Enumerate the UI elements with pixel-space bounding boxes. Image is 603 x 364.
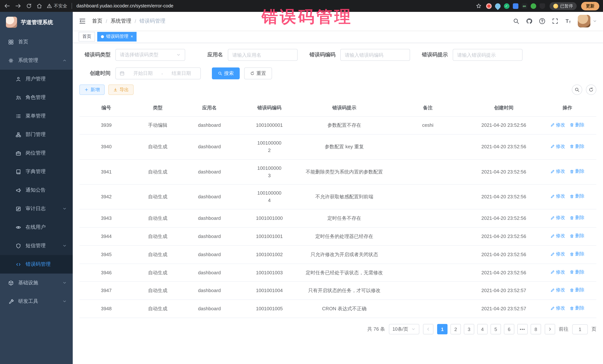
filter-form-row2: 创建时间 开始日期 - 结束日期 搜索 重置 [79,67,596,79]
page-button[interactable]: 4 [477,324,487,334]
cell-app: dashboard [182,282,237,300]
fullscreen-icon[interactable] [552,18,558,24]
sidebar-item[interactable]: 角色管理 [0,88,73,107]
reset-button[interactable]: 重置 [244,67,272,79]
extension-icon[interactable]: on [522,3,527,9]
browser-home-icon[interactable] [36,3,42,9]
edit-link[interactable]: 修改 [550,121,565,129]
error-code-table-body: 3939手动编辑dashboard1001000001参数配置不存在ceshi2… [79,116,596,318]
table-row: 3946自动生成dashboard1001001003定时任务已经处于该状态，无… [79,264,596,282]
sidebar-item[interactable]: 部门管理 [0,125,73,144]
address-bar[interactable]: dashboard.yudao.iocoder.cn/system/error-… [76,3,471,9]
breadcrumb-item[interactable]: 首页 [92,18,103,24]
delete-link[interactable]: 删除 [570,269,584,276]
delete-link[interactable]: 删除 [570,251,584,258]
sidebar-item[interactable]: 字典管理 [0,162,73,181]
search-icon[interactable] [513,18,520,24]
page-button[interactable]: 6 [504,324,514,334]
sidebar-item[interactable]: 基础设施 [0,274,73,292]
extension-icon[interactable] [539,3,545,9]
github-icon[interactable] [526,18,533,24]
error-code-input[interactable] [340,49,410,61]
edit-link[interactable]: 修改 [550,232,565,240]
cell-id: 3939 [79,116,133,134]
extension-icon[interactable] [494,2,501,10]
delete-link[interactable]: 删除 [570,193,584,200]
delete-link[interactable]: 删除 [570,287,584,294]
delete-link[interactable]: 删除 [570,168,584,175]
sidebar-item[interactable]: 审计日志 [0,199,73,218]
refresh-table-button[interactable] [586,85,596,95]
app-name-label: 应用名 [196,52,223,58]
font-size-icon[interactable]: TT [565,18,571,24]
extension-icon[interactable]: ✓ [504,3,509,9]
view-tag[interactable]: 首页 [79,32,95,41]
breadcrumb-item[interactable]: 系统管理 [111,18,131,24]
browser-back-icon[interactable] [4,3,10,9]
next-page-button[interactable] [545,324,555,334]
delete-link[interactable]: 删除 [570,214,584,221]
show-search-button[interactable] [572,85,582,95]
delete-link[interactable]: 删除 [570,143,584,150]
delete-link[interactable]: 删除 [570,232,584,240]
security-label[interactable]: 不安全 [47,3,67,9]
sidebar-item[interactable]: 在线用户 [0,218,73,236]
bookmark-star-icon[interactable] [475,3,481,9]
extension-icon[interactable] [531,3,536,9]
sidebar-item[interactable]: 首页 [0,33,73,51]
logo-row[interactable]: 芋道管理系统 [0,12,73,33]
app-name-input[interactable] [228,49,298,61]
sidebar-item[interactable]: 错误码管理 [0,255,73,274]
page-button[interactable]: 8 [531,324,541,334]
page-buttons: 123456•••8 [437,324,541,334]
paused-profile-badge[interactable]: 已暂停 [549,2,577,10]
edit-link[interactable]: 修改 [550,287,565,294]
sidebar-item[interactable]: 用户管理 [0,70,73,88]
page-button[interactable]: 5 [491,324,501,334]
chevron-down-icon [411,327,416,331]
page-more-button[interactable]: ••• [517,324,528,334]
sidebar-item[interactable]: 系统管理 [0,51,73,70]
error-type-select[interactable]: 请选择错误码类型 [116,49,185,61]
add-button[interactable]: 新增 [79,85,105,95]
online-icon [16,224,21,230]
delete-link[interactable]: 删除 [570,305,584,312]
sidebar-item[interactable]: 研发工具 [0,292,73,311]
sidebar-item[interactable]: 岗位管理 [0,144,73,162]
sidebar-toggle-icon[interactable] [79,17,86,25]
edit-link[interactable]: 修改 [550,214,565,221]
delete-link[interactable]: 删除 [570,121,584,129]
page-size-select[interactable]: 10条/页 [389,324,419,334]
start-date-placeholder: 开始日期 [128,70,158,77]
cell-actions: 修改删除 [538,282,596,300]
browser-forward-icon[interactable] [15,3,22,9]
extension-icon[interactable] [486,3,491,9]
browser-reload-icon[interactable] [26,3,32,9]
edit-link[interactable]: 修改 [550,143,565,150]
sidebar-item[interactable]: 菜单管理 [0,107,73,125]
cell-id: 3944 [79,227,133,246]
error-hint-input[interactable] [453,49,522,61]
edit-link[interactable]: 修改 [550,251,565,258]
page-button[interactable]: 3 [464,324,474,334]
goto-page-input[interactable] [572,324,588,334]
search-button[interactable]: 搜索 [212,67,240,79]
page-button[interactable]: 1 [437,324,448,334]
extension-icon[interactable] [513,3,518,9]
page-button[interactable]: 2 [451,324,461,334]
date-range-picker[interactable]: 开始日期 - 结束日期 [116,67,201,79]
edit-link[interactable]: 修改 [550,269,565,276]
cell-hint: 定时任务不存在 [302,209,386,227]
edit-link[interactable]: 修改 [550,305,565,312]
update-button[interactable]: 更新 [581,2,599,10]
sidebar-item[interactable]: 通知公告 [0,181,73,199]
export-button[interactable]: 导出 [108,85,134,95]
help-icon[interactable] [539,18,545,24]
tag-close-icon[interactable]: × [131,34,133,39]
edit-link[interactable]: 修改 [550,193,565,200]
sidebar-item[interactable]: 短信管理 [0,236,73,255]
user-menu[interactable] [578,15,597,27]
prev-page-button[interactable] [423,324,433,334]
edit-link[interactable]: 修改 [550,168,565,175]
view-tag[interactable]: 错误码管理× [97,32,137,41]
